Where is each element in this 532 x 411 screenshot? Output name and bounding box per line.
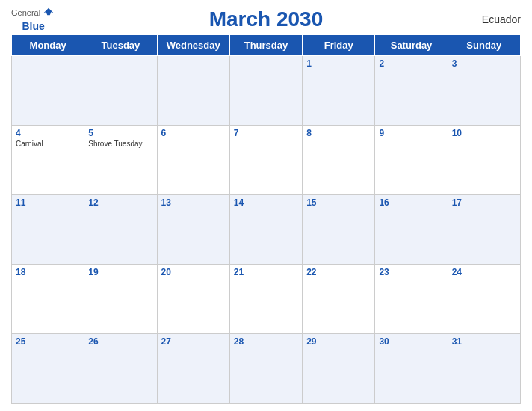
day-number: 8 xyxy=(306,128,371,138)
calendar-cell: 3 xyxy=(448,56,520,126)
calendar-cell: 8 xyxy=(303,126,375,195)
calendar-cell: 15 xyxy=(303,195,375,265)
weekday-header-row: MondayTuesdayWednesdayThursdayFridaySatu… xyxy=(12,35,521,56)
day-number: 12 xyxy=(88,197,152,208)
calendar-cell: 2 xyxy=(375,56,448,126)
calendar-cell: 1 xyxy=(303,56,375,126)
page-title: March 2030 xyxy=(209,7,324,31)
day-number: 26 xyxy=(88,336,152,347)
day-number: 27 xyxy=(161,336,226,347)
calendar-cell: 31 xyxy=(448,334,520,404)
logo-general: General xyxy=(11,8,40,17)
day-number: 3 xyxy=(452,58,516,69)
calendar-cell: 12 xyxy=(84,195,157,265)
calendar-cell: 29 xyxy=(303,334,375,404)
day-number: 19 xyxy=(88,267,152,277)
calendar-cell: 16 xyxy=(375,195,448,265)
calendar-cell: 24 xyxy=(448,265,520,334)
calendar-cell: 27 xyxy=(157,334,229,404)
day-number: 2 xyxy=(379,58,443,69)
calendar-cell: 10 xyxy=(448,126,520,195)
day-number: 4 xyxy=(16,128,80,138)
day-number: 22 xyxy=(306,267,371,277)
day-number: 18 xyxy=(16,267,80,277)
day-number: 16 xyxy=(379,197,443,208)
calendar-cell: 19 xyxy=(84,265,157,334)
day-number: 13 xyxy=(161,197,226,208)
week-row-5: 25262728293031 xyxy=(12,334,521,404)
day-number: 31 xyxy=(452,336,516,347)
day-number: 25 xyxy=(16,336,80,347)
day-number: 11 xyxy=(16,197,80,208)
weekday-thursday: Thursday xyxy=(229,35,302,56)
weekday-friday: Friday xyxy=(303,35,375,56)
calendar-cell: 20 xyxy=(157,265,229,334)
day-number: 9 xyxy=(379,128,443,138)
day-number: 29 xyxy=(306,336,371,347)
calendar-table: MondayTuesdayWednesdayThursdayFridaySatu… xyxy=(11,34,521,404)
calendar-cell: 13 xyxy=(157,195,229,265)
svg-marker-0 xyxy=(43,8,54,16)
event-label: Carnival xyxy=(16,140,80,148)
calendar-cell: 6 xyxy=(157,126,229,195)
weekday-sunday: Sunday xyxy=(448,35,520,56)
calendar-cell: 22 xyxy=(303,265,375,334)
day-number: 15 xyxy=(306,197,371,208)
calendar-cell: 21 xyxy=(229,265,302,334)
calendar-cell xyxy=(157,56,229,126)
day-number: 24 xyxy=(452,267,516,277)
calendar-cell: 17 xyxy=(448,195,520,265)
week-row-1: 123 xyxy=(12,56,521,126)
calendar-cell: 9 xyxy=(375,126,448,195)
logo-blue: Blue xyxy=(22,20,44,32)
logo-bird-icon xyxy=(42,6,55,19)
calendar-cell: 5Shrove Tuesday xyxy=(84,126,157,195)
day-number: 17 xyxy=(452,197,516,208)
day-number: 10 xyxy=(452,128,516,138)
week-row-4: 18192021222324 xyxy=(12,265,521,334)
logo: General Blue xyxy=(11,6,55,33)
day-number: 14 xyxy=(234,197,298,208)
week-row-3: 11121314151617 xyxy=(12,195,521,265)
calendar-cell: 14 xyxy=(229,195,302,265)
event-label: Shrove Tuesday xyxy=(88,140,152,148)
weekday-wednesday: Wednesday xyxy=(157,35,229,56)
day-number: 7 xyxy=(234,128,298,138)
calendar-cell: 18 xyxy=(12,265,84,334)
day-number: 1 xyxy=(306,58,371,69)
weekday-saturday: Saturday xyxy=(375,35,448,56)
calendar-cell: 28 xyxy=(229,334,302,404)
day-number: 6 xyxy=(161,128,226,138)
calendar-cell: 11 xyxy=(12,195,84,265)
calendar-cell xyxy=(84,56,157,126)
calendar-header: General Blue March 2030 Ecuador xyxy=(11,7,521,31)
calendar-cell: 25 xyxy=(12,334,84,404)
calendar-cell: 23 xyxy=(375,265,448,334)
weekday-tuesday: Tuesday xyxy=(84,35,157,56)
calendar-cell: 30 xyxy=(375,334,448,404)
week-row-2: 4Carnival5Shrove Tuesday678910 xyxy=(12,126,521,195)
country-label: Ecuador xyxy=(482,13,521,25)
day-number: 28 xyxy=(234,336,298,347)
calendar-cell xyxy=(12,56,84,126)
calendar-cell: 4Carnival xyxy=(12,126,84,195)
calendar-cell: 26 xyxy=(84,334,157,404)
day-number: 30 xyxy=(379,336,443,347)
calendar-cell xyxy=(229,56,302,126)
day-number: 23 xyxy=(379,267,443,277)
day-number: 20 xyxy=(161,267,226,277)
day-number: 21 xyxy=(234,267,298,277)
weekday-monday: Monday xyxy=(12,35,84,56)
day-number: 5 xyxy=(88,128,152,138)
calendar-cell: 7 xyxy=(229,126,302,195)
